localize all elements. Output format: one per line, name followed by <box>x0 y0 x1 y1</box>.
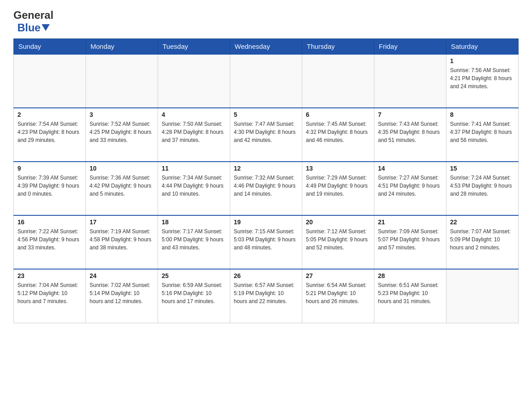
calendar-cell: 13Sunrise: 7:29 AM Sunset: 4:49 PM Dayli… <box>302 162 374 215</box>
day-number: 27 <box>306 272 370 279</box>
page-header: General Blue <box>13 9 519 34</box>
day-info: Sunrise: 6:54 AM Sunset: 5:21 PM Dayligh… <box>306 281 370 305</box>
day-number: 9 <box>17 165 82 172</box>
day-number: 14 <box>378 165 442 172</box>
logo-triangle-icon <box>42 24 50 31</box>
day-info: Sunrise: 7:27 AM Sunset: 4:51 PM Dayligh… <box>378 174 442 198</box>
calendar-cell: 26Sunrise: 6:57 AM Sunset: 5:19 PM Dayli… <box>230 269 302 323</box>
day-number: 19 <box>234 218 298 226</box>
day-number: 26 <box>234 272 298 279</box>
day-info: Sunrise: 7:29 AM Sunset: 4:49 PM Dayligh… <box>306 174 370 198</box>
day-info: Sunrise: 7:34 AM Sunset: 4:44 PM Dayligh… <box>162 174 226 198</box>
day-of-week-header: Saturday <box>446 39 519 55</box>
day-info: Sunrise: 7:19 AM Sunset: 4:58 PM Dayligh… <box>90 227 154 252</box>
day-number: 2 <box>17 111 82 118</box>
day-number: 7 <box>378 111 442 118</box>
day-of-week-header: Sunday <box>14 39 86 55</box>
day-number: 4 <box>162 111 226 118</box>
calendar-header-row: SundayMondayTuesdayWednesdayThursdayFrid… <box>14 39 519 55</box>
calendar-cell: 24Sunrise: 7:02 AM Sunset: 5:14 PM Dayli… <box>86 269 158 323</box>
day-info: Sunrise: 6:57 AM Sunset: 5:19 PM Dayligh… <box>234 281 298 305</box>
day-number: 6 <box>306 111 370 118</box>
calendar-cell: 5Sunrise: 7:47 AM Sunset: 4:30 PM Daylig… <box>230 108 302 162</box>
day-info: Sunrise: 7:15 AM Sunset: 5:03 PM Dayligh… <box>234 227 298 252</box>
day-number: 22 <box>450 218 515 226</box>
calendar-cell <box>302 54 374 108</box>
day-info: Sunrise: 7:07 AM Sunset: 5:09 PM Dayligh… <box>450 227 515 252</box>
day-number: 15 <box>450 165 515 172</box>
day-of-week-header: Friday <box>374 39 446 55</box>
calendar-cell: 17Sunrise: 7:19 AM Sunset: 4:58 PM Dayli… <box>86 215 158 269</box>
day-number: 25 <box>162 272 226 279</box>
day-number: 8 <box>450 111 515 118</box>
day-number: 12 <box>234 165 298 172</box>
day-info: Sunrise: 6:59 AM Sunset: 5:16 PM Dayligh… <box>162 281 226 305</box>
day-info: Sunrise: 7:36 AM Sunset: 4:42 PM Dayligh… <box>90 174 154 198</box>
calendar-cell: 3Sunrise: 7:52 AM Sunset: 4:25 PM Daylig… <box>86 108 158 162</box>
day-info: Sunrise: 7:24 AM Sunset: 4:53 PM Dayligh… <box>450 174 515 198</box>
day-of-week-header: Thursday <box>302 39 374 55</box>
day-number: 16 <box>17 218 82 226</box>
calendar-cell <box>446 269 519 323</box>
calendar-cell: 4Sunrise: 7:50 AM Sunset: 4:28 PM Daylig… <box>158 108 230 162</box>
calendar-cell: 28Sunrise: 6:51 AM Sunset: 5:23 PM Dayli… <box>374 269 446 323</box>
day-number: 21 <box>378 218 442 226</box>
day-info: Sunrise: 7:02 AM Sunset: 5:14 PM Dayligh… <box>90 281 154 305</box>
day-info: Sunrise: 6:51 AM Sunset: 5:23 PM Dayligh… <box>378 281 442 305</box>
calendar-table: SundayMondayTuesdayWednesdayThursdayFrid… <box>13 39 519 323</box>
calendar-cell: 7Sunrise: 7:43 AM Sunset: 4:35 PM Daylig… <box>374 108 446 162</box>
calendar-cell: 15Sunrise: 7:24 AM Sunset: 4:53 PM Dayli… <box>446 162 519 215</box>
calendar-cell: 21Sunrise: 7:09 AM Sunset: 5:07 PM Dayli… <box>374 215 446 269</box>
calendar-cell: 9Sunrise: 7:39 AM Sunset: 4:39 PM Daylig… <box>14 162 86 215</box>
logo-general-text: General <box>13 9 53 21</box>
calendar-cell: 18Sunrise: 7:17 AM Sunset: 5:00 PM Dayli… <box>158 215 230 269</box>
calendar-week-row: 2Sunrise: 7:54 AM Sunset: 4:23 PM Daylig… <box>14 108 519 162</box>
day-info: Sunrise: 7:47 AM Sunset: 4:30 PM Dayligh… <box>234 120 298 144</box>
calendar-cell <box>158 54 230 108</box>
day-info: Sunrise: 7:54 AM Sunset: 4:23 PM Dayligh… <box>17 120 82 144</box>
calendar-cell: 23Sunrise: 7:04 AM Sunset: 5:12 PM Dayli… <box>14 269 86 323</box>
calendar-week-row: 9Sunrise: 7:39 AM Sunset: 4:39 PM Daylig… <box>14 162 519 215</box>
day-number: 10 <box>90 165 154 172</box>
day-info: Sunrise: 7:17 AM Sunset: 5:00 PM Dayligh… <box>162 227 226 252</box>
logo: General Blue <box>13 9 54 34</box>
day-info: Sunrise: 7:56 AM Sunset: 4:21 PM Dayligh… <box>450 66 515 90</box>
day-info: Sunrise: 7:41 AM Sunset: 4:37 PM Dayligh… <box>450 120 515 144</box>
calendar-cell: 20Sunrise: 7:12 AM Sunset: 5:05 PM Dayli… <box>302 215 374 269</box>
calendar-cell: 6Sunrise: 7:45 AM Sunset: 4:32 PM Daylig… <box>302 108 374 162</box>
day-number: 24 <box>90 272 154 279</box>
day-of-week-header: Wednesday <box>230 39 302 55</box>
day-info: Sunrise: 7:39 AM Sunset: 4:39 PM Dayligh… <box>17 174 82 198</box>
logo-icon: General Blue <box>13 9 53 34</box>
day-number: 18 <box>162 218 226 226</box>
day-number: 5 <box>234 111 298 118</box>
day-of-week-header: Tuesday <box>158 39 230 55</box>
day-of-week-header: Monday <box>86 39 158 55</box>
day-number: 13 <box>306 165 370 172</box>
calendar-cell: 19Sunrise: 7:15 AM Sunset: 5:03 PM Dayli… <box>230 215 302 269</box>
calendar-cell: 12Sunrise: 7:32 AM Sunset: 4:46 PM Dayli… <box>230 162 302 215</box>
day-number: 23 <box>17 272 82 279</box>
calendar-cell: 11Sunrise: 7:34 AM Sunset: 4:44 PM Dayli… <box>158 162 230 215</box>
calendar-week-row: 1Sunrise: 7:56 AM Sunset: 4:21 PM Daylig… <box>14 54 519 108</box>
day-info: Sunrise: 7:52 AM Sunset: 4:25 PM Dayligh… <box>90 120 154 144</box>
day-info: Sunrise: 7:04 AM Sunset: 5:12 PM Dayligh… <box>17 281 82 305</box>
day-number: 17 <box>90 218 154 226</box>
day-number: 1 <box>450 57 515 64</box>
calendar-cell: 16Sunrise: 7:22 AM Sunset: 4:56 PM Dayli… <box>14 215 86 269</box>
calendar-cell: 1Sunrise: 7:56 AM Sunset: 4:21 PM Daylig… <box>446 54 519 108</box>
calendar-cell <box>86 54 158 108</box>
day-info: Sunrise: 7:45 AM Sunset: 4:32 PM Dayligh… <box>306 120 370 144</box>
day-number: 28 <box>378 272 442 279</box>
calendar-cell: 25Sunrise: 6:59 AM Sunset: 5:16 PM Dayli… <box>158 269 230 323</box>
day-info: Sunrise: 7:50 AM Sunset: 4:28 PM Dayligh… <box>162 120 226 144</box>
calendar-cell <box>374 54 446 108</box>
calendar-cell <box>230 54 302 108</box>
calendar-week-row: 16Sunrise: 7:22 AM Sunset: 4:56 PM Dayli… <box>14 215 519 269</box>
calendar-cell: 27Sunrise: 6:54 AM Sunset: 5:21 PM Dayli… <box>302 269 374 323</box>
calendar-cell: 14Sunrise: 7:27 AM Sunset: 4:51 PM Dayli… <box>374 162 446 215</box>
calendar-cell: 10Sunrise: 7:36 AM Sunset: 4:42 PM Dayli… <box>86 162 158 215</box>
day-info: Sunrise: 7:22 AM Sunset: 4:56 PM Dayligh… <box>17 227 82 252</box>
day-number: 11 <box>162 165 226 172</box>
day-number: 20 <box>306 218 370 226</box>
